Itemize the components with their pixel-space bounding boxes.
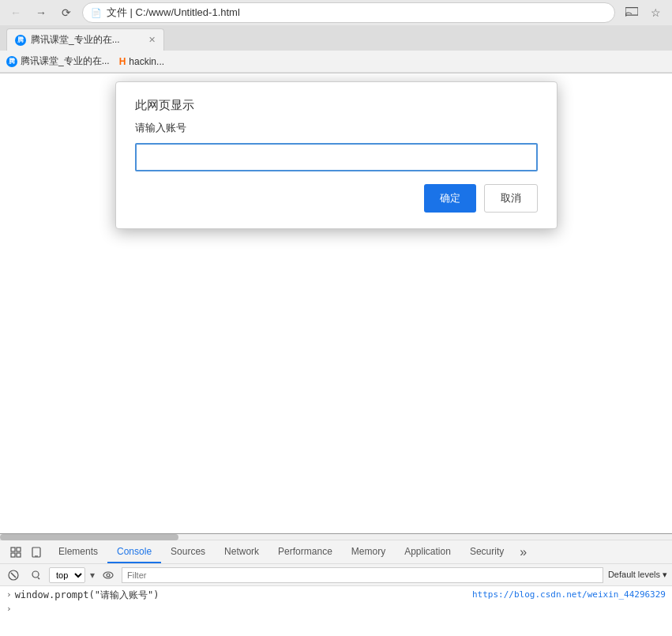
devtools-panel: Elements Console Sources Network Perform… (0, 533, 672, 636)
cast-button[interactable] (621, 2, 642, 23)
console-level-label: Default levels ▾ (608, 570, 667, 580)
svg-point-1 (625, 14, 627, 17)
devtools-inspect-button[interactable] (6, 543, 25, 562)
forward-button[interactable]: → (32, 3, 51, 22)
bookmark-button[interactable]: ☆ (645, 2, 666, 23)
bookmark-hackin-icon: H (119, 56, 126, 67)
scrollbar-area[interactable] (0, 534, 672, 540)
back-button[interactable]: ← (6, 3, 25, 22)
browser-tab[interactable]: 腾 腾讯课堂_专业的在... ✕ (6, 28, 164, 51)
svg-rect-5 (17, 553, 21, 557)
svg-line-9 (11, 573, 16, 578)
svg-rect-0 (625, 8, 638, 16)
console-filter-input[interactable] (122, 567, 603, 583)
bookmark-hackin[interactable]: H hackin... (119, 56, 164, 67)
devtools-device-button[interactable] (27, 543, 46, 562)
tab-performance[interactable]: Performance (268, 541, 342, 563)
console-line-2: › (6, 602, 666, 616)
tab-close-button[interactable]: ✕ (148, 35, 156, 45)
bookmark-hackin-label: hackin... (129, 56, 164, 67)
scrollbar-thumb[interactable] (0, 534, 178, 540)
title-bar: ← → ⟳ 📄 文件 | C:/www/Untitled-1.html ☆ (0, 0, 672, 25)
dialog-buttons: 确定 取消 (135, 184, 538, 213)
browser-chrome: ← → ⟳ 📄 文件 | C:/www/Untitled-1.html ☆ 腾 … (0, 0, 672, 73)
main-content: 此网页显示 请输入账号 确定 取消 (0, 73, 672, 506)
tab-more-button[interactable]: » (513, 541, 533, 563)
cancel-button[interactable]: 取消 (484, 184, 538, 213)
bookmark-tencent-icon: 腾 (6, 56, 17, 67)
console-line-1: › window.prompt("请输入账号") https://blog.cs… (6, 588, 666, 602)
tab-favicon: 腾 (15, 35, 26, 46)
tab-security[interactable]: Security (460, 541, 513, 563)
console-down-arrow: ▾ (90, 570, 95, 581)
console-source-link[interactable]: https://blog.csdn.net/weixin_44296329 (162, 588, 666, 602)
lock-icon: 📄 (91, 8, 102, 18)
svg-point-10 (32, 571, 39, 578)
console-filter-button[interactable] (27, 566, 44, 584)
console-output-arrow: › (6, 602, 12, 616)
console-clear-button[interactable] (5, 566, 22, 584)
console-content: › window.prompt("请输入账号") https://blog.cs… (0, 586, 672, 618)
svg-rect-4 (11, 553, 15, 557)
tab-network[interactable]: Network (215, 541, 268, 563)
tab-application[interactable]: Application (395, 541, 460, 563)
modal-overlay: 此网页显示 请输入账号 确定 取消 (0, 73, 672, 506)
devtools-left-icons (3, 540, 49, 563)
console-eye-button[interactable] (99, 566, 117, 584)
tab-sources[interactable]: Sources (161, 541, 215, 563)
address-bar[interactable]: 📄 文件 | C:/www/Untitled-1.html (82, 2, 615, 23)
dialog-message: 请输入账号 (135, 121, 538, 135)
bookmark-tencent-label: 腾讯课堂_专业的在... (21, 55, 110, 68)
tab-console[interactable]: Console (107, 541, 161, 563)
bookmarks-bar: 腾 腾讯课堂_专业的在... H hackin... (0, 51, 672, 73)
devtools-tabs: Elements Console Sources Network Perform… (0, 540, 672, 564)
toolbar-icons: ☆ (621, 2, 666, 23)
bookmark-tencent[interactable]: 腾 腾讯课堂_专业的在... (6, 55, 110, 68)
svg-point-13 (107, 574, 110, 577)
svg-line-11 (38, 578, 39, 579)
tab-label: 腾讯课堂_专业的在... (31, 33, 120, 47)
tab-bar: 腾 腾讯课堂_专业的在... ✕ (0, 25, 672, 51)
console-toolbar: top ▾ Default levels ▾ (0, 564, 672, 586)
tab-memory[interactable]: Memory (342, 541, 395, 563)
console-command-text: window.prompt("请输入账号") (15, 588, 160, 602)
svg-rect-2 (11, 548, 15, 551)
address-text: 文件 | C:/www/Untitled-1.html (107, 6, 606, 20)
dialog-box: 此网页显示 请输入账号 确定 取消 (115, 81, 557, 229)
console-input-arrow: › (6, 588, 12, 602)
svg-rect-3 (17, 548, 21, 551)
dialog-title: 此网页显示 (135, 98, 538, 113)
tab-elements[interactable]: Elements (49, 541, 107, 563)
dialog-input[interactable] (135, 143, 538, 171)
reload-button[interactable]: ⟳ (57, 3, 76, 22)
console-context-select[interactable]: top (49, 567, 85, 583)
confirm-button[interactable]: 确定 (424, 184, 476, 213)
svg-point-12 (103, 572, 113, 578)
svg-rect-6 (32, 548, 40, 557)
